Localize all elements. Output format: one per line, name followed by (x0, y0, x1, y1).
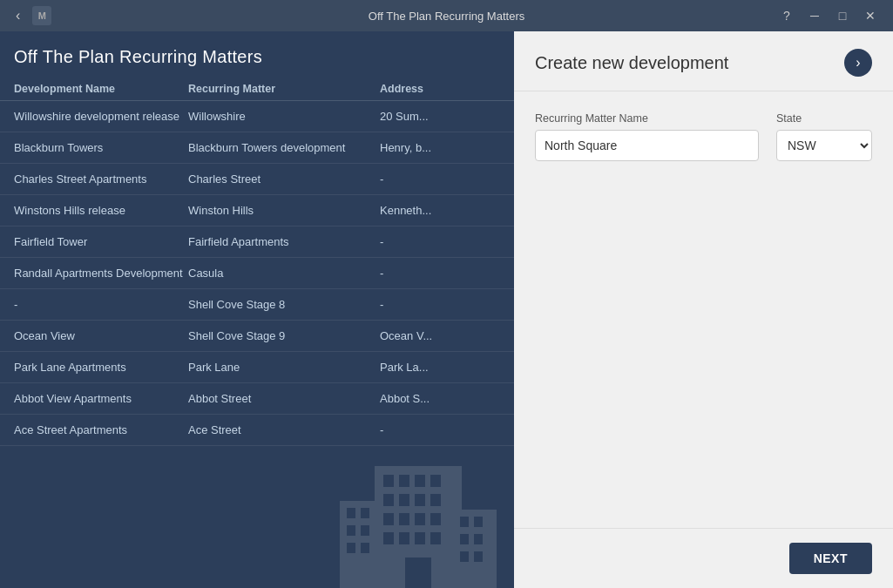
svg-rect-7 (415, 494, 425, 506)
main-content: Off The Plan Recurring Matters Developme… (0, 31, 893, 588)
form-body: Recurring Matter Name State NSWVICQLDSAW… (514, 91, 893, 528)
matter-name-label: Recurring Matter Name (535, 112, 759, 125)
maximize-button[interactable]: □ (830, 6, 855, 25)
svg-rect-18 (340, 501, 383, 588)
table-header: Development Name Recurring Matter Addres… (0, 78, 514, 101)
left-panel: Off The Plan Recurring Matters Developme… (0, 31, 514, 588)
cell-development-name: Ace Street Apartments (14, 423, 188, 436)
cell-development-name: - (14, 298, 188, 311)
svg-rect-19 (347, 508, 355, 518)
svg-rect-31 (474, 551, 483, 562)
cell-development-name: Charles Street Apartments (14, 172, 188, 186)
svg-rect-25 (453, 510, 497, 588)
col-recurring-matter: Recurring Matter (188, 83, 380, 95)
cell-recurring-matter: Casula (188, 267, 380, 280)
table-row[interactable]: Park Lane Apartments Park Lane Park La..… (0, 352, 514, 383)
svg-rect-29 (474, 534, 483, 544)
table-row[interactable]: Randall Apartments Development Casula - (0, 258, 514, 289)
cell-address: - (380, 172, 500, 186)
cell-recurring-matter: Winston Hills (188, 204, 380, 217)
svg-rect-15 (415, 532, 425, 544)
table-row[interactable]: Willowshire development release Willowsh… (0, 101, 514, 132)
window-controls: ? ─ □ ✕ (775, 6, 883, 25)
cell-development-name: Abbot View Apartments (14, 392, 188, 405)
state-label: State (776, 112, 872, 125)
cell-address: Kenneth... (380, 204, 500, 217)
svg-rect-11 (415, 513, 425, 525)
svg-rect-6 (399, 494, 409, 506)
svg-rect-16 (430, 532, 441, 544)
form-row-1: Recurring Matter Name State NSWVICQLDSAW… (535, 112, 872, 161)
help-button[interactable]: ? (775, 6, 799, 25)
svg-rect-9 (383, 513, 394, 525)
titlebar-left: ‹ M (10, 6, 51, 25)
svg-rect-22 (361, 525, 369, 536)
svg-rect-27 (474, 517, 483, 527)
table-row[interactable]: - Shell Cove Stage 8 - (0, 289, 514, 321)
cell-address: 20 Sum... (380, 110, 500, 123)
svg-rect-14 (399, 532, 409, 544)
cell-recurring-matter: Blackburn Towers development (188, 141, 380, 154)
titlebar-title: Off The Plan Recurring Matters (369, 10, 524, 23)
state-group: State NSWVICQLDSAWATASNTACT (776, 112, 872, 161)
cell-development-name: Ocean View (14, 329, 188, 342)
state-select[interactable]: NSWVICQLDSAWATASNTACT (776, 130, 872, 161)
svg-rect-30 (460, 551, 469, 562)
cell-development-name: Winstons Hills release (14, 204, 188, 217)
svg-rect-8 (430, 494, 441, 506)
titlebar: ‹ M Off The Plan Recurring Matters ? ─ □… (0, 0, 893, 31)
cell-development-name: Fairfield Tower (14, 235, 188, 248)
matter-name-group: Recurring Matter Name (535, 112, 759, 161)
table-row[interactable]: Abbot View Apartments Abbot Street Abbot… (0, 383, 514, 415)
svg-rect-26 (460, 517, 469, 527)
next-arrow-icon[interactable]: › (844, 49, 872, 77)
data-table: Development Name Recurring Matter Addres… (0, 78, 514, 446)
panel-title: Off The Plan Recurring Matters (0, 31, 514, 78)
svg-rect-23 (347, 543, 355, 553)
table-row[interactable]: Blackburn Towers Blackburn Towers develo… (0, 132, 514, 164)
cell-development-name: Park Lane Apartments (14, 361, 188, 374)
form-header: Create new development › (514, 31, 893, 91)
cell-recurring-matter: Shell Cove Stage 8 (188, 298, 380, 311)
col-address: Address (380, 83, 500, 95)
cell-development-name: Willowshire development release (14, 110, 188, 123)
cell-recurring-matter: Fairfield Apartments (188, 235, 380, 248)
svg-rect-13 (383, 532, 394, 544)
svg-rect-17 (405, 558, 431, 588)
svg-rect-2 (399, 475, 409, 487)
table-row[interactable]: Fairfield Tower Fairfield Apartments - (0, 226, 514, 258)
form-title: Create new development (535, 53, 728, 73)
cell-address: - (380, 235, 500, 248)
svg-rect-24 (361, 543, 369, 553)
matter-name-input[interactable] (535, 130, 759, 161)
svg-rect-12 (430, 513, 441, 525)
svg-rect-4 (430, 475, 441, 487)
cell-address: - (380, 423, 500, 436)
minimize-button[interactable]: ─ (802, 6, 827, 25)
cell-address: Ocean V... (380, 329, 500, 342)
table-body: Willowshire development release Willowsh… (0, 101, 514, 446)
cell-recurring-matter: Shell Cove Stage 9 (188, 329, 380, 342)
svg-rect-10 (399, 513, 409, 525)
cell-recurring-matter: Willowshire (188, 110, 380, 123)
svg-rect-0 (375, 466, 462, 588)
cell-recurring-matter: Abbot Street (188, 392, 380, 405)
cell-address: Park La... (380, 361, 500, 374)
table-row[interactable]: Winstons Hills release Winston Hills Ken… (0, 195, 514, 226)
right-panel: Create new development › Recurring Matte… (514, 31, 893, 588)
svg-rect-5 (383, 494, 394, 506)
next-button[interactable]: NEXT (789, 543, 872, 574)
back-button[interactable]: ‹ (10, 6, 25, 25)
svg-rect-20 (361, 508, 369, 518)
svg-rect-1 (383, 475, 394, 487)
table-row[interactable]: Charles Street Apartments Charles Street… (0, 164, 514, 195)
svg-rect-3 (415, 475, 425, 487)
close-button[interactable]: ✕ (858, 6, 883, 25)
cell-address: Henry, b... (380, 141, 500, 154)
cell-recurring-matter: Park Lane (188, 361, 380, 374)
svg-rect-28 (460, 534, 469, 544)
table-row[interactable]: Ace Street Apartments Ace Street - (0, 415, 514, 446)
cell-address: - (380, 298, 500, 311)
table-row[interactable]: Ocean View Shell Cove Stage 9 Ocean V... (0, 321, 514, 352)
cell-development-name: Randall Apartments Development (14, 267, 188, 280)
